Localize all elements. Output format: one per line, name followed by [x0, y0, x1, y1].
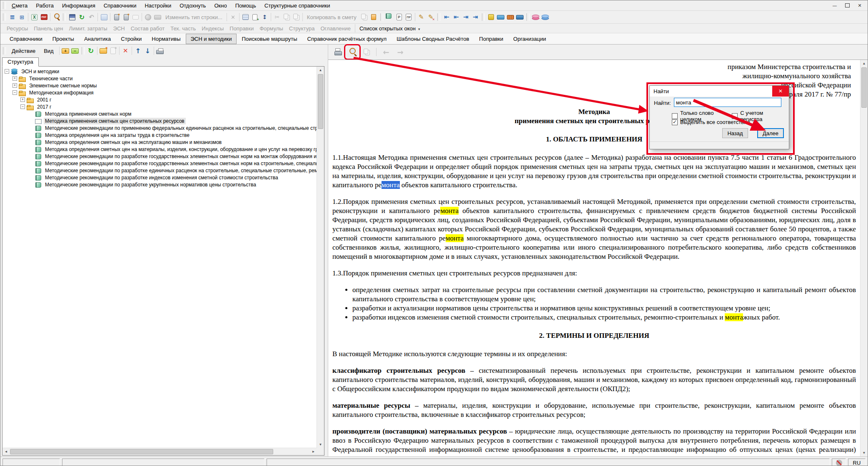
tree-item[interactable]: Методика применения сметных норм [3, 110, 317, 117]
document-vertical-scrollbar[interactable] [860, 60, 868, 456]
insert-subrow-icon[interactable] [121, 13, 131, 22]
tree-item[interactable]: Методика определения сметных цен на мате… [3, 146, 317, 153]
tree-item[interactable]: +Технические части [3, 75, 317, 82]
tree-item[interactable]: +Элементные сметные нормы [3, 82, 317, 89]
tab[interactable]: Стройки [116, 34, 147, 44]
checkbox-icon[interactable] [732, 113, 738, 119]
minimize-icon[interactable] [828, 2, 841, 9]
tab[interactable]: Справочник расчётных формул [302, 34, 392, 44]
menu-item[interactable]: Настройки [140, 1, 175, 10]
paste-page-icon[interactable] [369, 13, 379, 22]
tab[interactable]: ЭСН и методики [186, 34, 237, 44]
close-icon[interactable] [772, 86, 789, 97]
pdf-icon[interactable] [39, 13, 49, 22]
scroll-right-icon[interactable] [310, 448, 317, 455]
print-icon[interactable] [332, 47, 344, 57]
scroll-thumb[interactable] [861, 67, 867, 108]
expander-icon[interactable]: − [5, 69, 9, 74]
database-icon[interactable] [241, 13, 250, 22]
indent-dec2-icon[interactable] [451, 13, 461, 22]
toolbar-label[interactable]: Список открытых окон [357, 25, 423, 32]
tree-expand-icon[interactable] [7, 13, 17, 22]
scroll-up-icon[interactable] [861, 60, 868, 67]
tree-item[interactable]: Методика определения цен на затраты труд… [3, 131, 317, 139]
menu-item[interactable]: Структурные справочники [260, 1, 334, 10]
tree-item[interactable]: Методические рекомендации по разработке … [3, 153, 317, 160]
find-dialog-titlebar[interactable]: Найти [650, 86, 789, 97]
indent-inc2-icon[interactable] [471, 13, 480, 22]
materials-icon[interactable] [506, 13, 515, 22]
tree-item[interactable]: −2017 г [3, 103, 317, 110]
scroll-up-icon[interactable] [317, 67, 324, 74]
tab[interactable]: Нормативы [147, 34, 185, 44]
tab-structure[interactable]: Структура [2, 57, 39, 67]
expander-icon[interactable]: + [20, 97, 25, 102]
tree-item[interactable]: Методические рекомендации по применению … [3, 124, 317, 131]
find-back-button[interactable]: Назад [722, 128, 748, 138]
checkbox-checked-icon[interactable] [672, 119, 678, 125]
checkbox-icon[interactable] [672, 113, 678, 119]
tree-item[interactable]: Методика применения сметных цен строител… [3, 117, 317, 124]
tree-item[interactable]: Методические рекомендации по разработке … [3, 167, 317, 174]
search-doc-icon[interactable] [347, 47, 358, 57]
edit-table-x-icon[interactable] [426, 13, 436, 22]
tab[interactable]: Справочники [5, 34, 47, 44]
tree-item[interactable]: Методические рекомендации по разработке … [3, 160, 317, 167]
layers-blue-icon[interactable] [541, 13, 550, 22]
tree-branch-icon[interactable] [17, 13, 27, 22]
scroll-down-icon[interactable] [861, 449, 868, 456]
move-up-icon[interactable] [133, 47, 143, 55]
tree-item[interactable]: Методические рекомендации по разработке … [3, 181, 317, 188]
truck-icon[interactable] [496, 13, 506, 22]
refresh-icon[interactable] [77, 13, 87, 22]
expander-icon[interactable]: − [12, 90, 17, 95]
scroll-thumb[interactable] [10, 449, 273, 454]
maximize-icon[interactable] [841, 2, 853, 9]
insert-row-icon[interactable] [112, 13, 121, 22]
edit-table-icon[interactable] [417, 13, 426, 22]
move-down-icon[interactable] [143, 47, 152, 55]
language-indicator[interactable]: RU [848, 459, 866, 466]
tab[interactable]: Проекты [47, 34, 79, 44]
excel-icon[interactable] [30, 13, 39, 22]
sort-icon[interactable] [260, 13, 269, 22]
scroll-down-icon[interactable] [317, 441, 324, 448]
menu-item[interactable]: Работа [32, 1, 58, 10]
refresh-green-icon[interactable] [86, 47, 96, 55]
expander-icon[interactable]: + [12, 83, 17, 88]
menu-item[interactable]: Информация [58, 1, 100, 10]
folder-expand-icon[interactable] [61, 47, 70, 55]
tree-item[interactable]: +2001 г [3, 96, 317, 103]
indent-inc-icon[interactable] [461, 13, 471, 22]
tree-item[interactable]: −Методическая информация [3, 89, 317, 96]
tree-item[interactable]: −ЭСН и методики [3, 68, 317, 75]
delete-red-icon[interactable] [121, 47, 130, 55]
save-icon[interactable] [67, 13, 77, 22]
scroll-left-icon[interactable] [2, 448, 10, 455]
find-input[interactable] [674, 98, 781, 107]
tree-horizontal-scrollbar[interactable] [2, 448, 317, 455]
scroll-thumb[interactable] [318, 74, 323, 129]
tab[interactable]: Поправки [474, 34, 508, 44]
tree-vertical-scrollbar[interactable] [317, 67, 324, 448]
folder-collapse-icon[interactable] [70, 47, 80, 55]
doc-p-icon[interactable] [394, 13, 404, 22]
tab[interactable]: Поисковые маршруты [237, 34, 302, 44]
find-next-button[interactable]: Далее [757, 128, 784, 138]
expander-icon[interactable]: − [20, 104, 25, 109]
menu-item[interactable]: Окно [210, 1, 231, 10]
close-icon[interactable] [853, 2, 866, 9]
menu-item[interactable]: Отдохнуть [175, 1, 210, 10]
tree-item[interactable]: Методические рекомендации по разработке … [3, 174, 317, 181]
menu-item[interactable]: Помощь [231, 1, 260, 10]
menu-item[interactable]: Смета [7, 1, 32, 10]
menu-item[interactable]: Справочники [100, 1, 141, 10]
book-icon[interactable] [385, 13, 394, 22]
layers-pink-icon[interactable] [531, 13, 541, 22]
labor-icon[interactable] [486, 13, 496, 22]
indent-dec-icon[interactable] [442, 13, 451, 22]
menu-item[interactable]: Вид [40, 47, 58, 55]
menu-item[interactable]: Действие [7, 47, 40, 55]
print-settings-icon[interactable] [155, 47, 165, 55]
expander-icon[interactable]: + [12, 76, 17, 81]
